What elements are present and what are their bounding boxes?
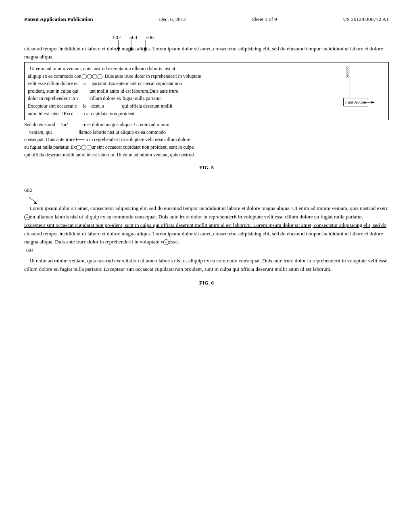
fig5-line7: anim id est labo \Exce cat cupidatat non… <box>28 110 385 118</box>
fig6-label: FIG. 6 <box>24 280 389 286</box>
page: Patent Application Publication Dec. 6, 2… <box>0 0 413 532</box>
fig6-para1: Lorem ipsum dolor sit amet, consectetur … <box>24 204 389 221</box>
ref-602-label: 602 <box>24 187 389 193</box>
fig5-below-box: Sed do eiusmod \or/ re et dolore magna a… <box>24 121 389 158</box>
fig6-para2: Ut enim ad minim veniam, quis nostrud ex… <box>24 257 389 274</box>
circle-icon-1: → <box>24 214 30 220</box>
ref-506-label: 506 <box>146 34 154 40</box>
fig5-label: FIG. 5 <box>24 164 389 171</box>
fig5-line4: proident, sunt in culpa qui unt mollit a… <box>28 87 385 95</box>
page-header: Patent Application Publication Dec. 6, 2… <box>24 16 389 26</box>
svg-marker-1 <box>117 48 120 52</box>
header-date: Dec. 6, 2012 <box>159 16 186 23</box>
vertical-bar-left <box>55 62 62 120</box>
fig5-below-line3: consequat. Duis aute irure t──in in repr… <box>24 136 389 143</box>
fig5-box-content: Second First Action Ut enim ad minim ven… <box>24 62 389 120</box>
vertical-bar-right: Second <box>343 62 350 98</box>
fig5-section: 502 504 506 eiusmod tempor incididunt ut… <box>24 34 389 171</box>
reference-arrows <box>113 40 194 52</box>
fig5-intro-text: eiusmod tempor incididunt ut labore et d… <box>24 45 389 60</box>
fig5-below-line1: Sed do eiusmod \or/ re et dolore magna a… <box>24 121 389 129</box>
fig6-underlined-block: Excepteur sint occaecat cupidatat non pr… <box>24 221 389 246</box>
ref-604-label: 604 <box>26 247 33 253</box>
header-patent-number: US 2012/0306772 A1 <box>343 16 389 23</box>
fig5-reference-numbers: 502 504 506 <box>113 34 389 41</box>
fig5-below-line4: eu fugiat nulla pariatur. Ex◯◯◯ur sint o… <box>24 143 389 151</box>
fig5-below-line2: veniam, qui llamco laboris nisi ut aliqu… <box>24 129 389 136</box>
ref-502-label: 502 <box>113 34 121 40</box>
ref-504-label: 504 <box>129 34 138 40</box>
svg-marker-5 <box>144 48 147 52</box>
second-label: Second <box>344 66 350 78</box>
fig5-line5: dolor in reprehenderit in v cillum dolor… <box>28 95 385 102</box>
circle-icon-2: ← <box>163 239 169 245</box>
header-sheet: Sheet 3 of 9 <box>252 16 277 23</box>
fig5-line6: Excepteur sint occaecat c le dent, s qui… <box>28 102 385 110</box>
fig5-main-box: Second First Action Ut enim ad minim ven… <box>24 62 389 158</box>
header-publication-type: Patent Application Publication <box>24 16 93 23</box>
svg-marker-9 <box>34 202 38 204</box>
fig5-line2: aliquip ex ea commodo con◯◯◯◯. Duis aute… <box>28 73 385 80</box>
fig6-section: 602 Lorem ipsum dolor sit amet, consecte… <box>24 187 389 286</box>
fig6-text-content: Lorem ipsum dolor sit amet, consectetur … <box>24 204 389 273</box>
ref-602-arrow <box>28 197 40 205</box>
svg-marker-3 <box>129 48 133 52</box>
fig5-line3: velit esse cillum dolore eu a pariatur. … <box>28 80 385 87</box>
fig5-below-line5: qui officia deserunt mollit anim id est … <box>24 151 389 159</box>
fig5-line1: Ut enim ad minim veniam, quis nostrud ex… <box>28 65 385 73</box>
svg-marker-7 <box>371 101 375 104</box>
first-action-arrow <box>364 100 376 106</box>
